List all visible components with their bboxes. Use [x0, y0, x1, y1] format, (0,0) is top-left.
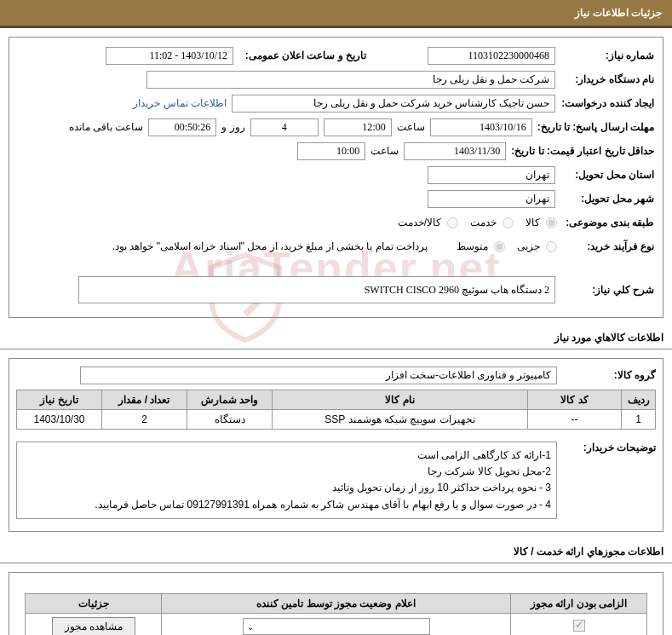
table-header-row: ردیف کد کالا نام کالا واحد شمارش تعداد /…: [17, 390, 656, 410]
radio-goods-service: [447, 217, 458, 228]
row-buyer-notes: توضیحات خریدار: 1-ارائه کد کارگاهی الزام…: [16, 436, 656, 519]
radio-medium: [494, 241, 505, 252]
goods-section-box: گروه کالا: کامپیوتر و فناوری اطلاعات-سخت…: [9, 358, 663, 532]
label-days-and: روز و: [221, 121, 244, 133]
field-description: 2 دستگاه هاب سوئیچ SWITCH CISCO 2960: [78, 276, 555, 303]
label-category: طبقه بندی موضوعی:: [560, 216, 654, 228]
page-title: جزئیات اطلاعات نیاز: [575, 7, 662, 19]
th-status: اعلام وضعیت مجوز توسط تامین کننده: [162, 593, 511, 613]
label-hour-1: ساعت: [397, 121, 425, 133]
field-validity-time: 10:00: [297, 142, 365, 160]
label-radio-partial: جزیی: [517, 240, 540, 252]
th-row: ردیف: [622, 390, 656, 410]
page-header: جزئیات اطلاعات نیاز: [0, 0, 672, 28]
license-section-box: الزامی بودن ارائه مجوز اعلام وضعیت مجوز …: [9, 572, 663, 635]
th-name: نام کالا: [273, 390, 528, 410]
row-requester: ایجاد کننده درخواست: حسن تاجیک کارشناس خ…: [18, 94, 654, 113]
main-details-box: AriaTender.net شماره نیاز: 1103102230000…: [9, 37, 663, 318]
chevron-down-icon: ⌄: [247, 622, 254, 632]
label-hour-2: ساعت: [370, 145, 399, 157]
th-qty: تعداد / مقدار: [102, 390, 187, 410]
note-line-3: 3 - نحوه پرداخت حداکثر 10 روز از زمان تح…: [22, 480, 551, 496]
note-line-4: 4 - در صورت سوال و یا رفع ابهام با آقای …: [22, 497, 551, 513]
radio-goods: [546, 217, 557, 228]
label-city: شهر محل تحویل:: [560, 193, 654, 205]
td-need-date: 1403/10/30: [17, 410, 102, 430]
td-unit: دستگاه: [187, 410, 273, 430]
row-validity: حداقل تاریخ اعتبار قیمت: تا تاریخ: 1403/…: [18, 141, 654, 160]
field-goods-group: کامپیوتر و فناوری اطلاعات-سخت افزار: [80, 367, 557, 384]
td-row-n: 1: [622, 410, 656, 430]
th-details: جزئیات: [26, 593, 162, 613]
link-buyer-contact[interactable]: اطلاعات تماس خریدار: [133, 97, 227, 109]
td-mandatory: [511, 613, 647, 635]
field-deadline-date: 1403/10/16: [430, 118, 532, 136]
view-license-button[interactable]: مشاهده مجوز: [52, 617, 135, 635]
label-buyer-org: نام دستگاه خریدار:: [560, 73, 654, 85]
row-category: طبقه بندی موضوعی: کالا خدمت کالا/خدمت: [18, 213, 654, 232]
label-radio-service: خدمت: [470, 216, 497, 228]
radio-service: [503, 217, 514, 228]
label-goods-group: گروه کالا:: [562, 369, 656, 381]
process-note: پرداخت تمام یا بخشی از مبلغ خرید، از محل…: [112, 240, 428, 252]
row-process: نوع فرآیند خرید: جزیی متوسط پرداخت تمام …: [18, 237, 654, 256]
label-radio-goods: کالا: [526, 216, 540, 228]
field-province: تهران: [428, 166, 555, 184]
section-title-goods: اطلاعات کالاهاي مورد نیاز: [0, 326, 672, 349]
field-validity-date: 1403/11/30: [404, 142, 506, 160]
row-description: شرح کلي نیاز: 2 دستگاه هاب سوئیچ SWITCH …: [18, 276, 654, 303]
row-buyer-org: نام دستگاه خریدار: شرکت حمل و نقل ریلی ر…: [18, 70, 654, 89]
row-need-number: شماره نیاز: 1103102230000468 تاریخ و ساع…: [18, 46, 654, 65]
label-validity: حداقل تاریخ اعتبار قیمت: تا تاریخ:: [511, 145, 654, 157]
row-goods-group: گروه کالا: کامپیوتر و فناوری اطلاعات-سخت…: [16, 366, 656, 384]
license-row: ⌄ مشاهده مجوز: [26, 613, 647, 635]
label-province: استان محل تحویل:: [560, 169, 654, 181]
td-code: --: [528, 410, 622, 430]
td-details: مشاهده مجوز: [26, 613, 162, 635]
label-process: نوع فرآیند خرید:: [560, 240, 654, 252]
label-radio-medium: متوسط: [457, 240, 488, 252]
buyer-notes-box: 1-ارائه کد کارگاهی الزامی است 2-محل تحوی…: [16, 442, 557, 519]
field-city: تهران: [428, 190, 555, 208]
td-status: ⌄: [162, 613, 511, 635]
th-code: کد کالا: [528, 390, 622, 410]
table-row: 1 -- تجهیزات سوییچ شبکه هوشمند SSP دستگا…: [17, 410, 656, 430]
row-deadline: مهلت ارسال پاسخ: تا تاریخ: 1403/10/16 سا…: [18, 118, 654, 136]
th-mandatory: الزامی بودن ارائه مجوز: [511, 593, 647, 613]
field-announce-datetime: 1403/10/12 - 11:02: [106, 47, 233, 65]
note-line-2: 2-محل تحویل کالا شرکت رجا: [22, 464, 551, 480]
checkbox-mandatory-icon: [573, 620, 585, 632]
note-line-1: 1-ارائه کد کارگاهی الزامی است: [22, 447, 551, 464]
field-requester: حسن تاجیک کارشناس خرید شرکت حمل و نقل ری…: [232, 95, 555, 113]
license-table: الزامی بودن ارائه مجوز اعلام وضعیت مجوز …: [25, 593, 647, 635]
field-countdown: 00:50:26: [148, 118, 216, 136]
th-unit: واحد شمارش: [187, 390, 273, 410]
row-city: شهر محل تحویل: تهران: [18, 189, 654, 208]
field-need-number: 1103102230000468: [428, 47, 555, 65]
label-radio-goods-service: کالا/خدمت: [398, 216, 441, 228]
label-description: شرح کلي نیاز:: [560, 284, 654, 296]
label-need-number: شماره نیاز:: [560, 49, 654, 61]
radio-partial: [546, 241, 557, 252]
field-days-count: 4: [250, 118, 319, 136]
status-select[interactable]: ⌄: [243, 618, 430, 635]
td-qty: 2: [102, 410, 187, 430]
row-province: استان محل تحویل: تهران: [18, 165, 654, 184]
th-need-date: تاریخ نیاز: [17, 390, 102, 410]
label-remaining: ساعت باقی مانده: [69, 121, 144, 133]
label-announce-datetime: تاریخ و ساعت اعلان عمومی:: [238, 49, 366, 61]
field-buyer-org: شرکت حمل و نقل ریلی رجا: [146, 71, 555, 89]
field-deadline-time: 12:00: [324, 118, 392, 136]
label-deadline: مهلت ارسال پاسخ: تا تاریخ:: [537, 121, 654, 133]
label-requester: ایجاد کننده درخواست:: [560, 97, 654, 109]
label-buyer-notes: توضیحات خریدار:: [562, 436, 656, 453]
section-title-license: اطلاعات مجوزهاي ارائه خدمت / کالا: [0, 540, 672, 563]
license-header-row: الزامی بودن ارائه مجوز اعلام وضعیت مجوز …: [26, 593, 647, 613]
goods-table: ردیف کد کالا نام کالا واحد شمارش تعداد /…: [16, 390, 656, 430]
td-name: تجهیزات سوییچ شبکه هوشمند SSP: [273, 410, 528, 430]
